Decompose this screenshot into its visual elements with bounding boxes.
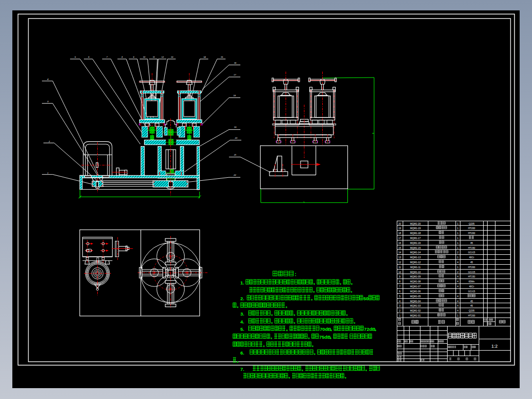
svg-text:MQM1-12: MQM1-12 [410, 261, 421, 264]
svg-text:MQM1-01: MQM1-01 [410, 315, 421, 317]
svg-text:MQM1-11: MQM1-11 [410, 266, 420, 269]
svg-text:17: 17 [398, 237, 401, 239]
svg-text:HT200: HT200 [468, 232, 475, 235]
svg-text:5.: 5. [240, 326, 244, 332]
svg-text:MQM1-10: MQM1-10 [410, 271, 421, 274]
svg-text:45: 45 [470, 261, 473, 264]
svg-text:1: 1 [399, 315, 401, 317]
svg-text:2: 2 [48, 140, 50, 143]
svg-text:9: 9 [399, 276, 401, 278]
svg-text:1:2: 1:2 [492, 344, 498, 349]
svg-text:40Cr: 40Cr [469, 256, 474, 259]
svg-text:18: 18 [233, 94, 236, 97]
svg-text:MQM1-18: MQM1-18 [410, 232, 421, 235]
svg-text:11: 11 [152, 56, 154, 58]
svg-text:16: 16 [398, 242, 401, 244]
svg-text:10: 10 [143, 56, 146, 58]
svg-text:1: 1 [457, 227, 458, 230]
svg-text:2: 2 [457, 251, 458, 254]
svg-text:4: 4 [457, 285, 458, 288]
svg-text:4: 4 [457, 261, 458, 264]
svg-text:20: 20 [234, 137, 237, 139]
svg-text:17: 17 [234, 74, 236, 76]
svg-text:HT200: HT200 [468, 227, 475, 230]
svg-text:HT150: HT150 [468, 276, 475, 278]
svg-text:45: 45 [470, 300, 473, 303]
svg-text:GCr15: GCr15 [468, 251, 475, 254]
svg-text:18: 18 [398, 232, 401, 235]
svg-text:12: 12 [161, 56, 164, 58]
svg-text:MQM1-14: MQM1-14 [410, 251, 421, 254]
svg-text:5: 5 [75, 56, 76, 58]
svg-text:MQM1-06: MQM1-06 [410, 290, 421, 293]
svg-text:MQM1-03: MQM1-03 [410, 305, 421, 307]
svg-text:16: 16 [234, 62, 236, 64]
svg-text:HT200: HT200 [468, 266, 475, 269]
svg-text:1: 1 [47, 172, 48, 174]
svg-text:15: 15 [398, 247, 401, 249]
svg-text:7.: 7. [240, 366, 244, 372]
svg-text:4: 4 [399, 300, 401, 303]
svg-text:MQM1-15: MQM1-15 [410, 247, 421, 249]
svg-text:MQM1-13: MQM1-13 [410, 256, 421, 259]
svg-text:Q235: Q235 [469, 223, 475, 225]
svg-text:MQM1-08: MQM1-08 [410, 280, 421, 283]
svg-text:21: 21 [233, 154, 236, 156]
svg-text:12: 12 [398, 261, 401, 264]
svg-text:MQM1-09: MQM1-09 [410, 276, 421, 278]
svg-text:Q235: Q235 [469, 310, 475, 312]
svg-text:MQM1-05: MQM1-05 [410, 295, 421, 298]
svg-text:1: 1 [457, 232, 458, 235]
svg-text:1: 1 [457, 247, 458, 249]
svg-text:19: 19 [234, 126, 236, 128]
svg-text:1: 1 [457, 242, 458, 244]
svg-text:MQM1-07: MQM1-07 [410, 285, 421, 288]
svg-text:1: 1 [457, 256, 458, 259]
svg-text:MQM1-17: MQM1-17 [410, 237, 421, 239]
svg-text:1: 1 [457, 237, 458, 239]
svg-text:19: 19 [398, 227, 401, 230]
svg-text:8: 8 [399, 280, 401, 283]
svg-text:1: 1 [457, 223, 458, 225]
svg-text:45: 45 [470, 242, 473, 244]
svg-text:4: 4 [47, 78, 49, 80]
svg-text:72dB: 72dB [364, 326, 376, 332]
svg-text:13: 13 [398, 256, 401, 259]
svg-text:45: 45 [470, 305, 473, 307]
svg-text:4.: 4. [240, 319, 244, 324]
svg-text:1: 1 [457, 315, 458, 317]
svg-text:2: 2 [399, 310, 401, 312]
svg-text:9: 9 [133, 56, 134, 58]
svg-text:75dB: 75dB [319, 334, 331, 340]
svg-text:70dB: 70dB [320, 326, 331, 332]
svg-text:22: 22 [233, 174, 236, 176]
svg-text:50: 50 [363, 296, 369, 301]
svg-text:MQM1-19: MQM1-19 [410, 227, 421, 230]
svg-text:1: 1 [457, 266, 458, 269]
svg-text:HT150: HT150 [468, 247, 475, 249]
svg-text:6: 6 [399, 290, 401, 293]
svg-text:GCr15: GCr15 [468, 290, 475, 293]
svg-text:65Mn: 65Mn [469, 280, 475, 283]
svg-text:HT200: HT200 [468, 315, 475, 317]
svg-text:5: 5 [399, 295, 401, 298]
svg-text:3: 3 [47, 100, 49, 103]
svg-text:GCr15: GCr15 [468, 271, 475, 274]
svg-text:40Cr: 40Cr [469, 285, 474, 288]
svg-text:2: 2 [457, 271, 458, 274]
svg-text:14: 14 [398, 251, 401, 254]
svg-text:MQM1-02: MQM1-02 [410, 310, 421, 312]
svg-text:4: 4 [457, 310, 458, 312]
svg-text:3.: 3. [240, 311, 244, 317]
svg-text::: : [295, 271, 297, 277]
svg-text:14: 14 [203, 56, 206, 58]
svg-text:MQM1-16: MQM1-16 [410, 242, 421, 244]
svg-text:15: 15 [221, 56, 223, 58]
svg-text:4: 4 [457, 280, 458, 283]
svg-text:MQM1-20: MQM1-20 [410, 223, 421, 225]
svg-text:11: 11 [399, 266, 401, 269]
svg-text:8: 8 [121, 56, 123, 58]
svg-text:3: 3 [399, 305, 401, 307]
svg-text:4: 4 [457, 305, 458, 307]
svg-text:6.: 6. [240, 350, 244, 356]
